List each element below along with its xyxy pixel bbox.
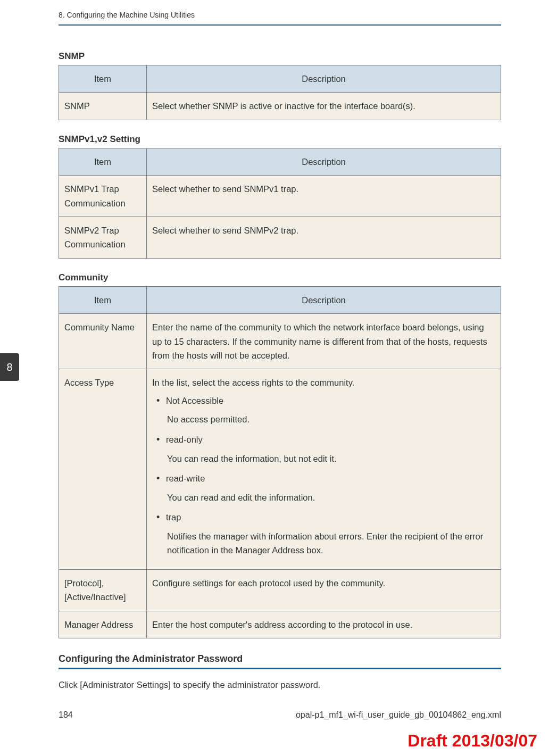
cell-item: Community Name xyxy=(59,314,147,369)
section-title-snmp: SNMP xyxy=(59,51,501,62)
list-item: Not Accessible No access permitted. xyxy=(152,393,495,427)
cell-desc: Enter the host computer's address accord… xyxy=(147,611,501,638)
list-item: trap Notifies the manager with informati… xyxy=(152,510,495,558)
bullet-sub: Notifies the manager with information ab… xyxy=(167,529,495,558)
table-header-desc: Description xyxy=(147,148,501,175)
cell-desc: Enter the name of the community to which… xyxy=(147,314,501,369)
table-row: Manager Address Enter the host computer'… xyxy=(59,611,501,638)
bullet-head: read-only xyxy=(167,435,203,444)
access-type-intro: In the list, select the access rights to… xyxy=(152,378,354,387)
header-rule xyxy=(59,24,501,26)
subsection-body: Click [Administrator Settings] to specif… xyxy=(59,678,501,692)
table-header-item: Item xyxy=(59,65,147,93)
cell-desc: Select whether to send SNMPv1 trap. xyxy=(147,176,501,217)
cell-item: SNMPv2 Trap Communication xyxy=(59,217,147,258)
table-community: Item Description Community Name Enter th… xyxy=(59,286,501,638)
cell-desc: In the list, select the access rights to… xyxy=(147,369,501,570)
cell-desc: Configure settings for each protocol use… xyxy=(147,569,501,611)
list-item: read-only You can read the information, … xyxy=(152,432,495,466)
table-row: SNMPv2 Trap Communication Select whether… xyxy=(59,217,501,258)
bullet-head: read-write xyxy=(167,473,205,483)
cell-item: [Protocol], [Active/Inactive] xyxy=(59,569,147,611)
cell-desc: Select whether SNMP is active or inactiv… xyxy=(147,93,501,120)
page-header: 8. Configuring the Machine Using Utiliti… xyxy=(59,11,501,24)
section-title-community: Community xyxy=(59,272,501,283)
chapter-tab: 8 xyxy=(0,353,19,381)
table-row: Access Type In the list, select the acce… xyxy=(59,369,501,570)
subsection-title: Configuring the Administrator Password xyxy=(59,653,501,664)
page-footer: 184 opal-p1_mf1_wi-fi_user_guide_gb_0010… xyxy=(59,710,501,720)
cell-desc: Select whether to send SNMPv2 trap. xyxy=(147,217,501,258)
cell-item: SNMP xyxy=(59,93,147,120)
cell-item: Manager Address xyxy=(59,611,147,638)
cell-item: SNMPv1 Trap Communication xyxy=(59,176,147,217)
table-header-desc: Description xyxy=(147,286,501,313)
access-type-bullets: Not Accessible No access permitted. read… xyxy=(152,393,495,558)
bullet-head: trap xyxy=(167,512,181,522)
bullet-sub: No access permitted. xyxy=(167,412,495,426)
list-item: read-write You can read and edit the inf… xyxy=(152,471,495,504)
cell-item: Access Type xyxy=(59,369,147,570)
subsection-rule xyxy=(59,668,501,669)
page-number: 184 xyxy=(59,710,73,720)
draft-stamp: Draft 2013/03/07 xyxy=(407,731,537,751)
bullet-sub: You can read and edit the information. xyxy=(167,491,495,504)
table-snmp: Item Description SNMP Select whether SNM… xyxy=(59,65,501,120)
table-row: SNMPv1 Trap Communication Select whether… xyxy=(59,176,501,217)
bullet-sub: You can read the information, but not ed… xyxy=(167,452,495,466)
table-row: [Protocol], [Active/Inactive] Configure … xyxy=(59,569,501,611)
table-header-desc: Description xyxy=(147,65,501,93)
table-header-item: Item xyxy=(59,148,147,175)
table-row: Community Name Enter the name of the com… xyxy=(59,314,501,369)
table-header-item: Item xyxy=(59,286,147,313)
document-id: opal-p1_mf1_wi-fi_user_guide_gb_00104862… xyxy=(296,710,501,720)
bullet-head: Not Accessible xyxy=(167,396,223,405)
table-row: SNMP Select whether SNMP is active or in… xyxy=(59,93,501,120)
section-title-snmpv1v2: SNMPv1,v2 Setting xyxy=(59,134,501,145)
table-snmpv1v2: Item Description SNMPv1 Trap Communicati… xyxy=(59,148,501,259)
